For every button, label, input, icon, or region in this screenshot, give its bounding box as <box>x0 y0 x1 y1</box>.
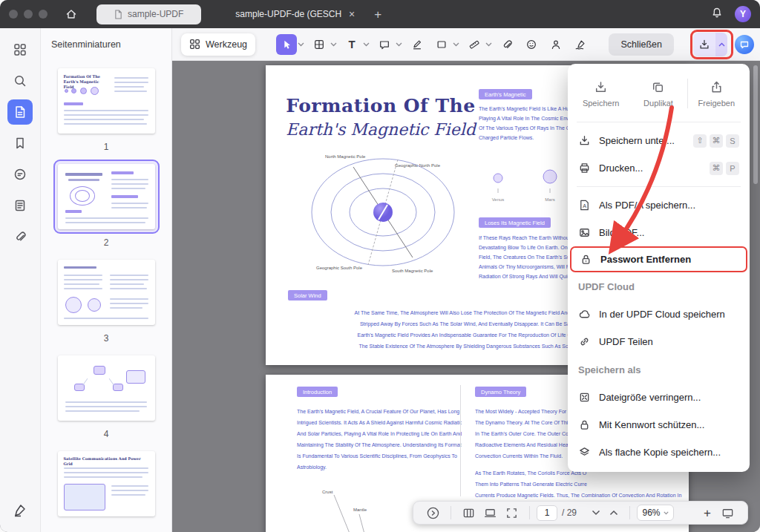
text-tool[interactable]: T <box>341 34 370 55</box>
reading-mode-button[interactable] <box>484 507 497 519</box>
menu-item-passwort-entfernen[interactable]: Passwort Entfernen <box>570 246 747 272</box>
paragraph-introduction: The Earth's Magnetic Field, A Crucial Fe… <box>297 406 462 473</box>
save-button[interactable] <box>693 33 715 56</box>
thumbnail-page-1[interactable]: Formation Of The Earth's Magnetic Field <box>58 68 155 134</box>
chevron-down-icon[interactable] <box>485 42 493 47</box>
thumbnail-page-5[interactable]: Satellite Communications And Power Grid <box>58 451 155 516</box>
attachment-tool[interactable] <box>497 34 517 55</box>
close-tab-icon[interactable]: × <box>349 9 355 19</box>
save-dropdown-button[interactable] <box>715 33 727 56</box>
select-tool[interactable] <box>276 34 305 55</box>
signature-pen-icon <box>574 39 586 50</box>
measure-tool[interactable] <box>464 34 493 55</box>
main-toolbar: Werkzeug T <box>172 28 760 61</box>
menu-item-pdfa-speichern[interactable]: A Als PDF/A speichern... <box>568 191 750 219</box>
label-planet-venus: Venus <box>492 197 505 202</box>
shape-tool[interactable] <box>431 34 460 55</box>
sidebar-item-page-thumbnails[interactable] <box>7 99 33 125</box>
page-edit-tool[interactable] <box>309 34 338 55</box>
quick-actions-row: Speichern Duplikat Freigeben <box>568 70 750 117</box>
close-window-button[interactable] <box>9 10 18 19</box>
menu-item-label: Passwort Entfernen <box>600 254 738 265</box>
zoom-window-button[interactable] <box>39 10 48 19</box>
menu-quick-freigeben[interactable]: Freigeben <box>688 80 745 108</box>
avatar[interactable]: Y <box>735 6 751 22</box>
highlighter-tool[interactable] <box>407 34 428 55</box>
sidebar-item-summary[interactable] <box>7 193 33 218</box>
menu-item-bild-pdf[interactable]: Bild-PDF... <box>568 219 750 246</box>
thumbnail-item[interactable]: 4 <box>53 351 160 439</box>
two-column-view-button[interactable] <box>462 507 475 519</box>
new-tab-button[interactable]: + <box>374 8 381 21</box>
updf-ai-button[interactable] <box>735 35 754 54</box>
quick-action-label: Speichern <box>583 99 620 108</box>
tab-sample-updf-de-active[interactable]: sample-UPDF-de (GESCH × <box>235 9 355 19</box>
sidebar-item-attachments[interactable] <box>7 224 33 249</box>
menu-item-speichern-unter[interactable]: Speichern unter... ⇧⌘S <box>568 127 750 154</box>
home-icon[interactable] <box>65 8 77 20</box>
save-button-group[interactable] <box>693 33 727 56</box>
sidebar-item-tools-grid[interactable] <box>7 37 33 62</box>
next-page-button[interactable] <box>609 510 618 516</box>
menu-item-updf-teilen[interactable]: UPDF Teilen <box>568 328 750 355</box>
page-number-input[interactable]: 1 <box>537 505 557 521</box>
sidebar-item-ink-signature[interactable] <box>7 498 33 523</box>
presentation-mode-button[interactable] <box>721 507 734 519</box>
menu-item-label: Drucken... <box>599 162 701 174</box>
zoom-in-button[interactable]: + <box>704 507 711 519</box>
chevron-down-icon[interactable] <box>395 42 403 47</box>
previous-page-button[interactable] <box>592 510 600 516</box>
chevron-up-icon <box>609 510 618 516</box>
schliessen-button[interactable]: Schließen <box>609 33 674 56</box>
document-title-line1: Formation Of The <box>266 95 496 116</box>
chevron-down-icon[interactable] <box>452 42 460 47</box>
chevron-down-icon[interactable] <box>362 42 370 47</box>
tab-sample-updf[interactable]: sample-UPDF <box>96 4 201 24</box>
ink-pen-icon <box>13 503 27 518</box>
pdfa-icon: A <box>578 199 591 211</box>
minimize-window-button[interactable] <box>24 10 33 19</box>
expand-panel-button[interactable] <box>427 507 439 519</box>
sign-tool[interactable] <box>570 34 591 55</box>
key-p: P <box>726 162 739 175</box>
save-as-icon <box>578 134 591 147</box>
werkzeug-button[interactable]: Werkzeug <box>181 33 255 56</box>
menu-item-drucken[interactable]: Drucken... ⌘P <box>568 154 750 182</box>
chevron-down-icon[interactable] <box>297 42 305 47</box>
page-total-label: / 29 <box>562 508 577 518</box>
share-link-icon <box>578 335 591 348</box>
menu-item-mit-kennwort-schuetzen[interactable]: Mit Kennwort schützen... <box>568 411 750 439</box>
sidebar-item-search[interactable] <box>7 68 33 93</box>
thumbnail-item[interactable]: Satellite Communications And Power Grid <box>53 447 160 521</box>
zoom-level-dropdown[interactable]: 96% <box>637 505 674 521</box>
menu-item-flache-kopie[interactable]: Als flache Kopie speichern... <box>568 439 750 466</box>
sidebar-item-bookmarks[interactable] <box>7 131 33 156</box>
comment-bubble-icon <box>379 39 390 50</box>
badge-earths-magnetic: Earth's Magnetic <box>479 89 532 99</box>
chevron-down-icon[interactable] <box>330 42 338 47</box>
menu-item-label: Mit Kennwort schützen... <box>599 419 739 430</box>
notifications-bell-icon[interactable] <box>711 7 723 22</box>
ruler-icon <box>468 39 480 50</box>
signature-person-tool[interactable] <box>546 34 566 55</box>
thumbnail-item[interactable]: Formation Of The Earth's Magnetic Field … <box>53 64 160 152</box>
statusbar-divider <box>529 506 530 519</box>
menu-quick-speichern[interactable]: Speichern <box>572 80 629 108</box>
thumbnail-item[interactable]: 3 <box>53 255 160 344</box>
thumbnail-title: Formation Of The Earth's Magnetic Field <box>64 74 110 90</box>
key-cmd: ⌘ <box>710 134 723 148</box>
sticker-tool[interactable] <box>521 34 542 55</box>
label-mantle: Mantle <box>353 508 367 512</box>
thumbnail-page-4[interactable] <box>58 355 155 421</box>
thumbnail-page-3[interactable] <box>58 260 155 325</box>
fit-page-button[interactable] <box>505 507 518 519</box>
menu-item-updf-cloud-speichern[interactable]: In der UPDF Cloud speichern <box>568 301 750 328</box>
scrollbar-thumb[interactable] <box>753 65 758 184</box>
badge-solar-wind: Solar Wind <box>288 290 327 301</box>
sidebar-item-comments[interactable] <box>7 162 33 187</box>
thumbnail-item-selected[interactable]: 2 <box>53 160 160 248</box>
comment-tool[interactable] <box>374 34 403 55</box>
thumbnail-page-2[interactable] <box>58 164 155 229</box>
menu-item-dateigroesse-verringern[interactable]: Dateigröße verringern... <box>568 384 750 411</box>
menu-quick-duplikat[interactable]: Duplikat <box>629 80 687 108</box>
